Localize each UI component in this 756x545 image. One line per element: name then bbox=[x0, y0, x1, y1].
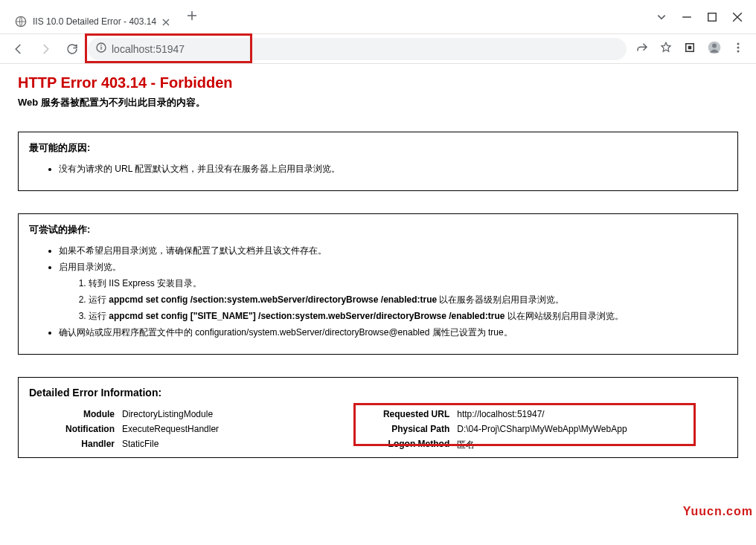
extensions-icon[interactable] bbox=[683, 41, 696, 57]
info-icon[interactable] bbox=[95, 42, 107, 56]
watermark-text: Yuucn.com bbox=[683, 505, 753, 518]
page-title: HTTP Error 403.14 - Forbidden bbox=[18, 74, 738, 91]
detail-label: Handler bbox=[29, 439, 115, 449]
close-window-icon[interactable] bbox=[732, 12, 743, 22]
error-page: HTTP Error 403.14 - Forbidden Web 服务器被配置… bbox=[0, 64, 756, 458]
star-icon[interactable] bbox=[659, 41, 673, 57]
try-item: 确认网站或应用程序配置文件中的 configuration/system.web… bbox=[59, 326, 727, 339]
causes-heading: 最可能的原因: bbox=[29, 141, 727, 155]
svg-point-8 bbox=[712, 44, 717, 48]
profile-icon[interactable] bbox=[707, 40, 722, 57]
page-viewport: HTTP Error 403.14 - Forbidden Web 服务器被配置… bbox=[0, 64, 756, 545]
browser-toolbar: localhost:51947 bbox=[0, 34, 756, 64]
details-section: Detailed Error Information: Module Direc… bbox=[18, 377, 738, 458]
page-subtitle: Web 服务器被配置为不列出此目录的内容。 bbox=[18, 96, 738, 109]
svg-point-10 bbox=[737, 47, 740, 49]
forward-button[interactable] bbox=[34, 38, 57, 60]
causes-item: 没有为请求的 URL 配置默认文档，并且没有在服务器上启用目录浏览。 bbox=[59, 162, 727, 175]
menu-icon[interactable] bbox=[732, 42, 744, 56]
chevron-down-icon[interactable] bbox=[656, 12, 667, 22]
tab-title: IIS 10.0 Detailed Error - 403.14 bbox=[33, 16, 156, 27]
try-item: 启用目录浏览。 转到 IIS Express 安装目录。 运行 appcmd s… bbox=[59, 260, 727, 323]
share-icon[interactable] bbox=[635, 41, 649, 57]
address-bar[interactable]: localhost:51947 bbox=[88, 38, 627, 60]
browser-tab-active[interactable]: IIS 10.0 Detailed Error - 403.14 bbox=[6, 10, 179, 33]
reload-button[interactable] bbox=[61, 38, 83, 60]
detail-value: ExecuteRequestHandler bbox=[122, 424, 219, 434]
new-tab-button[interactable] bbox=[182, 5, 202, 26]
detail-label: Physical Path bbox=[364, 424, 449, 434]
details-column-left: Module DirectoryListingModule Notificati… bbox=[29, 409, 364, 456]
try-item: 如果不希望启用目录浏览，请确保配置了默认文档并且该文件存在。 bbox=[59, 244, 727, 257]
close-icon[interactable] bbox=[162, 18, 170, 25]
detail-value: 匿名 bbox=[457, 439, 475, 451]
detail-value: StaticFile bbox=[122, 439, 158, 449]
try-section: 可尝试的操作: 如果不希望启用目录浏览，请确保配置了默认文档并且该文件存在。 启… bbox=[18, 213, 738, 355]
detail-value: http://localhost:51947/ bbox=[457, 409, 544, 419]
tab-strip: IIS 10.0 Detailed Error - 403.14 bbox=[0, 0, 643, 33]
details-column-right: Requested URL http://localhost:51947/ Ph… bbox=[364, 409, 699, 456]
detail-value: DirectoryListingModule bbox=[122, 409, 213, 419]
detail-value: D:\04-Proj\CSharp\MyWebApp\MyWebApp bbox=[457, 424, 627, 434]
try-subitem: 转到 IIS Express 安装目录。 bbox=[89, 277, 727, 290]
back-button[interactable] bbox=[7, 38, 30, 60]
window-titlebar: IIS 10.0 Detailed Error - 403.14 bbox=[0, 0, 756, 34]
detail-label: Requested URL bbox=[364, 409, 449, 419]
svg-point-9 bbox=[737, 43, 740, 45]
detail-label: Module bbox=[29, 409, 115, 419]
try-subitem: 运行 appcmd set config /section:system.web… bbox=[89, 293, 727, 306]
toolbar-right-icons bbox=[631, 40, 749, 57]
try-heading: 可尝试的操作: bbox=[29, 223, 727, 236]
svg-point-11 bbox=[737, 51, 740, 53]
detail-label: Notification bbox=[29, 424, 115, 434]
svg-rect-3 bbox=[100, 47, 101, 50]
try-subitem: 运行 appcmd set config ["SITE_NAME"] /sect… bbox=[89, 309, 727, 323]
causes-section: 最可能的原因: 没有为请求的 URL 配置默认文档，并且没有在服务器上启用目录浏… bbox=[18, 132, 738, 191]
maximize-icon[interactable] bbox=[707, 12, 717, 22]
details-heading: Detailed Error Information: bbox=[29, 387, 727, 399]
globe-icon bbox=[15, 16, 27, 28]
window-controls bbox=[643, 0, 756, 33]
svg-rect-6 bbox=[688, 46, 692, 50]
svg-rect-1 bbox=[708, 13, 717, 21]
svg-rect-4 bbox=[100, 45, 101, 45]
detail-label: Logon Method bbox=[364, 439, 449, 451]
minimize-icon[interactable] bbox=[682, 12, 692, 22]
address-text: localhost:51947 bbox=[112, 43, 185, 55]
